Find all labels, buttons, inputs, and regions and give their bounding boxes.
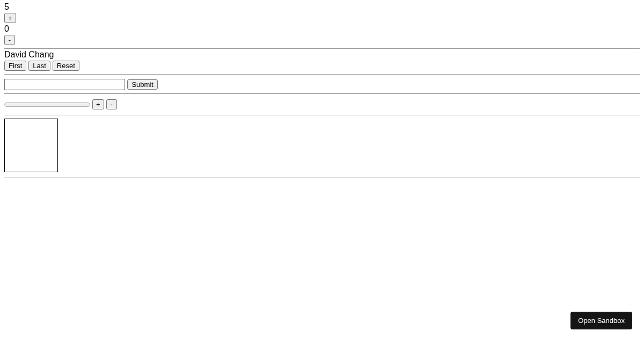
last-button[interactable]: Last bbox=[28, 61, 50, 71]
counter-top-value: 5 bbox=[4, 2, 640, 12]
counter-section-1: 5 + 0 - bbox=[0, 0, 644, 48]
open-sandbox-button[interactable]: Open Sandbox bbox=[570, 312, 632, 329]
progress-decrement-button[interactable]: - bbox=[106, 99, 117, 109]
counter-bottom-value: 0 bbox=[4, 24, 640, 34]
progress-bar bbox=[4, 100, 90, 109]
form-section: Submit bbox=[0, 75, 644, 93]
submit-button[interactable]: Submit bbox=[127, 79, 157, 90]
color-box bbox=[4, 119, 58, 172]
name-display: David Chang bbox=[4, 50, 640, 60]
box-section bbox=[0, 115, 644, 178]
name-section: David Chang First Last Reset bbox=[0, 49, 644, 74]
increment-button[interactable]: + bbox=[4, 13, 16, 23]
progress-section: + - bbox=[0, 94, 644, 115]
progress-increment-button[interactable]: + bbox=[92, 99, 104, 109]
decrement-button[interactable]: - bbox=[4, 35, 15, 45]
text-input[interactable] bbox=[4, 79, 125, 90]
divider bbox=[4, 178, 640, 178]
first-button[interactable]: First bbox=[4, 61, 26, 71]
reset-button[interactable]: Reset bbox=[53, 61, 79, 71]
